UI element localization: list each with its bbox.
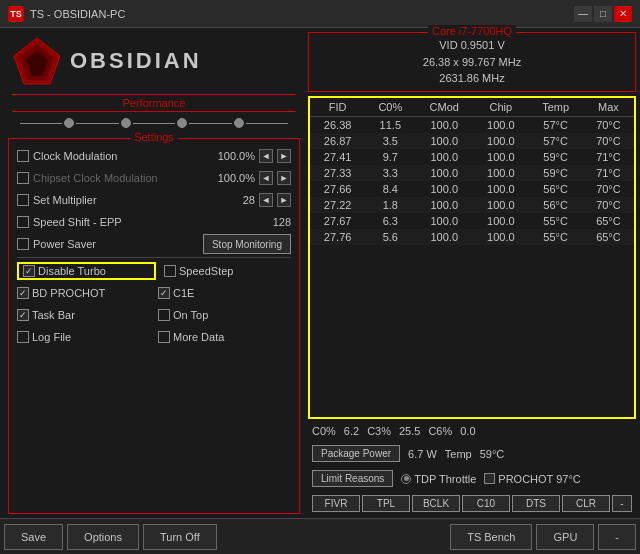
col-max: Max [583, 98, 634, 117]
cell-r3-c5: 71°C [583, 165, 634, 181]
cell-r7-c0: 27.76 [310, 229, 365, 245]
perf-dot-4[interactable] [234, 118, 244, 128]
limit-reasons-button[interactable]: Limit Reasons [312, 470, 393, 487]
options-button[interactable]: Options [67, 524, 139, 550]
stop-monitoring-button[interactable]: Stop Monitoring [203, 234, 291, 254]
disable-turbo-label: Disable Turbo [38, 265, 106, 277]
chipset-modulation-row: Chipset Clock Modulation 100.0% ◄ ► [17, 167, 291, 189]
cell-r1-c3: 100.0 [473, 133, 528, 149]
cell-r1-c1: 3.5 [365, 133, 415, 149]
disable-turbo-checkbox[interactable] [23, 265, 35, 277]
chipset-increase[interactable]: ► [277, 171, 291, 185]
cell-r7-c2: 100.0 [415, 229, 473, 245]
cell-r1-c4: 57°C [528, 133, 582, 149]
clock-modulation-label: Clock Modulation [33, 150, 117, 162]
c6-label: C6% [428, 425, 452, 437]
left-panel: OBSIDIAN Performance Settings [4, 32, 304, 514]
more-data-checkbox[interactable] [158, 331, 170, 343]
logo-text: OBSIDIAN [70, 48, 202, 74]
data-table-wrapper: FID C0% CMod Chip Temp Max 26.3811.5100.… [308, 96, 636, 420]
on-top-checkbox[interactable] [158, 309, 170, 321]
power-saver-checkbox[interactable] [17, 238, 29, 250]
cell-r3-c0: 27.33 [310, 165, 365, 181]
set-multiplier-value: 28 [210, 194, 255, 206]
window-title: TS - OBSIDIAN-PC [30, 8, 125, 20]
table-row: 26.873.5100.0100.057°C70°C [310, 133, 634, 149]
prochot-checkbox-item[interactable]: PROCHOT 97°C [484, 473, 580, 485]
cell-r5-c1: 1.8 [365, 197, 415, 213]
c1e-checkbox[interactable] [158, 287, 170, 299]
cell-r3-c2: 100.0 [415, 165, 473, 181]
cell-r0-c0: 26.38 [310, 116, 365, 133]
task-bar-checkbox[interactable] [17, 309, 29, 321]
turn-off-button[interactable]: Turn Off [143, 524, 217, 550]
speed-shift-label: Speed Shift - EPP [33, 216, 122, 228]
prochot-checkbox[interactable] [484, 473, 495, 484]
small-buttons-row: FIVR TPL BCLK C10 DTS CLR - [308, 493, 636, 514]
save-button[interactable]: Save [4, 524, 63, 550]
cell-r6-c2: 100.0 [415, 213, 473, 229]
c10-button[interactable]: C10 [462, 495, 510, 512]
chipset-modulation-label: Chipset Clock Modulation [33, 172, 158, 184]
app-icon: TS [8, 6, 24, 22]
ts-bench-button[interactable]: TS Bench [450, 524, 532, 550]
cell-r4-c4: 56°C [528, 181, 582, 197]
set-multiplier-row: Set Multiplier 28 ◄ ► [17, 189, 291, 211]
chipset-decrease[interactable]: ◄ [259, 171, 273, 185]
maximize-button[interactable]: □ [594, 6, 612, 22]
dash-button[interactable]: - [612, 495, 632, 512]
cell-r3-c4: 59°C [528, 165, 582, 181]
package-power-row: Package Power 6.7 W Temp 59°C [308, 443, 636, 464]
cell-r5-c3: 100.0 [473, 197, 528, 213]
speedstep-checkbox[interactable] [164, 265, 176, 277]
multiplier-increase[interactable]: ► [277, 193, 291, 207]
gpu-button[interactable]: GPU [536, 524, 594, 550]
clock-modulation-checkbox[interactable] [17, 150, 29, 162]
cell-r2-c2: 100.0 [415, 149, 473, 165]
perf-dot-3[interactable] [177, 118, 187, 128]
cell-r2-c4: 59°C [528, 149, 582, 165]
task-bar-label: Task Bar [32, 309, 75, 321]
dts-button[interactable]: DTS [512, 495, 560, 512]
clr-button[interactable]: CLR [562, 495, 610, 512]
speed-shift-checkbox[interactable] [17, 216, 29, 228]
bottom-dash-button[interactable]: - [598, 524, 636, 550]
multiplier-decrease[interactable]: ◄ [259, 193, 273, 207]
bclk-button[interactable]: BCLK [412, 495, 460, 512]
cell-r6-c3: 100.0 [473, 213, 528, 229]
core-vid: VID 0.9501 V [317, 37, 627, 54]
table-row: 27.676.3100.0100.055°C65°C [310, 213, 634, 229]
table-row: 26.3811.5100.0100.057°C70°C [310, 116, 634, 133]
col-c0: C0% [365, 98, 415, 117]
tdp-throttle-radio[interactable]: TDP Throttle [401, 473, 476, 485]
log-file-checkbox[interactable] [17, 331, 29, 343]
cell-r5-c4: 56°C [528, 197, 582, 213]
cell-r2-c5: 71°C [583, 149, 634, 165]
cell-r5-c0: 27.22 [310, 197, 365, 213]
perf-dot-1[interactable] [64, 118, 74, 128]
set-multiplier-checkbox[interactable] [17, 194, 29, 206]
temp-label: Temp [445, 448, 472, 460]
bd-prochot-checkbox[interactable] [17, 287, 29, 299]
col-cmod: CMod [415, 98, 473, 117]
c0-label: C0% [312, 425, 336, 437]
cell-r1-c0: 26.87 [310, 133, 365, 149]
cell-r5-c2: 100.0 [415, 197, 473, 213]
clock-modulation-decrease[interactable]: ◄ [259, 149, 273, 163]
col-fid: FID [310, 98, 365, 117]
chipset-modulation-checkbox[interactable] [17, 172, 29, 184]
close-button[interactable]: ✕ [614, 6, 632, 22]
power-saver-label: Power Saver [33, 238, 96, 250]
tpl-button[interactable]: TPL [362, 495, 410, 512]
package-power-button[interactable]: Package Power [312, 445, 400, 462]
clock-modulation-increase[interactable]: ► [277, 149, 291, 163]
c3-value: 25.5 [399, 425, 420, 437]
cell-r4-c1: 8.4 [365, 181, 415, 197]
chipset-modulation-value: 100.0% [210, 172, 255, 184]
perf-dot-2[interactable] [121, 118, 131, 128]
window-controls: — □ ✕ [574, 6, 632, 22]
minimize-button[interactable]: — [574, 6, 592, 22]
fivr-button[interactable]: FIVR [312, 495, 360, 512]
bd-prochot-label: BD PROCHOT [32, 287, 105, 299]
speed-shift-row: Speed Shift - EPP 128 [17, 211, 291, 233]
